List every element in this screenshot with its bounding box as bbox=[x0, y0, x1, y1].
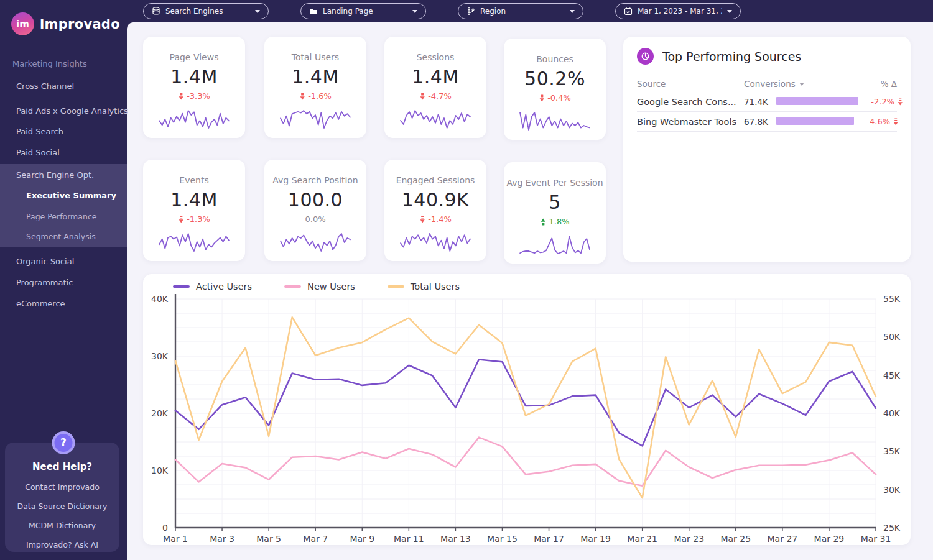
kpi-delta: -1.4% bbox=[419, 214, 452, 224]
sidebar-item-paid-social[interactable]: Paid Social bbox=[16, 148, 60, 157]
filter-landing-page[interactable]: Landing Page bbox=[300, 3, 426, 19]
svg-text:Mar 25: Mar 25 bbox=[720, 534, 751, 543]
filter-label: Search Engines bbox=[165, 7, 223, 16]
improvado-logo[interactable]: im improvado bbox=[11, 12, 120, 35]
sidebar-item-paid-ads-ga[interactable]: Paid Ads x Google Analytics bbox=[16, 106, 128, 116]
svg-text:30K: 30K bbox=[883, 485, 901, 495]
sidebar-item-page-performance[interactable]: Page Performance bbox=[26, 212, 96, 221]
improvado-dashboard: im improvado Marketing Insights Cross Ch… bbox=[0, 0, 933, 560]
column-conversions[interactable]: Conversions bbox=[744, 79, 852, 89]
svg-text:Mar 21: Mar 21 bbox=[627, 534, 657, 543]
conversions-value: 71.4K bbox=[744, 97, 776, 107]
trend-down-icon bbox=[897, 98, 903, 106]
help-link-mcdm-dictionary[interactable]: MCDM Dictionary bbox=[5, 521, 119, 530]
filter-region[interactable]: Region bbox=[458, 3, 583, 19]
kpi-delta-value: 1.8% bbox=[549, 217, 569, 226]
svg-text:25K: 25K bbox=[883, 523, 901, 533]
kpi-delta-value: -1.3% bbox=[187, 214, 210, 224]
sidebar-item-ecommerce[interactable]: eCommerce bbox=[16, 299, 65, 308]
sort-caret-icon bbox=[799, 83, 804, 86]
filter-search-engines[interactable]: Search Engines bbox=[143, 3, 269, 19]
svg-text:Mar 23: Mar 23 bbox=[674, 534, 704, 543]
help-icon[interactable]: ? bbox=[52, 431, 75, 454]
help-title: Need Help? bbox=[5, 461, 119, 472]
trend-down-icon bbox=[299, 93, 305, 100]
svg-text:35K: 35K bbox=[883, 446, 901, 456]
legend-swatch bbox=[284, 285, 301, 288]
kpi-title: Avg Search Position bbox=[272, 175, 358, 185]
kpi-delta-value: -3.3% bbox=[187, 91, 210, 101]
sidebar-item-search-engine-opt[interactable]: Search Engine Opt. bbox=[16, 170, 94, 180]
sidebar-item-cross-channel[interactable]: Cross Channel bbox=[16, 81, 74, 91]
sidebar-item-executive-summary[interactable]: Executive Summary bbox=[26, 191, 116, 200]
sparkline bbox=[399, 108, 472, 131]
filter-label: Landing Page bbox=[323, 7, 373, 16]
svg-text:Mar 13: Mar 13 bbox=[440, 534, 471, 543]
improvado-logo-icon: im bbox=[11, 12, 34, 35]
calendar-icon bbox=[624, 7, 633, 16]
table-header: Source Conversions % Δ bbox=[637, 76, 897, 92]
filter-date-range[interactable]: Mar 1, 2023 - Mar 31, 2023 bbox=[615, 3, 741, 19]
chevron-down-icon bbox=[412, 10, 417, 13]
svg-text:Mar 3: Mar 3 bbox=[210, 534, 234, 543]
table-row[interactable]: Google Search Cons... 71.4K -2.2% bbox=[637, 92, 897, 112]
chevron-down-icon bbox=[255, 10, 260, 13]
help-link-ask-ai[interactable]: Improvado? Ask AI bbox=[5, 540, 119, 549]
svg-text:Mar 7: Mar 7 bbox=[303, 534, 328, 543]
column-source: Source bbox=[637, 79, 744, 89]
kpi-delta: -1.3% bbox=[178, 214, 210, 224]
kpi-delta-value: -4.7% bbox=[428, 91, 452, 101]
svg-text:50K: 50K bbox=[883, 332, 901, 342]
svg-text:Mar 1: Mar 1 bbox=[163, 534, 188, 543]
kpi-title: Bounces bbox=[536, 54, 573, 64]
filter-label: Mar 1, 2023 - Mar 31, 2023 bbox=[638, 7, 722, 16]
svg-text:Mar 31: Mar 31 bbox=[861, 534, 891, 543]
kpi-card-events: Events 1.4M -1.3% bbox=[143, 160, 245, 261]
svg-text:30K: 30K bbox=[151, 351, 169, 361]
kpi-delta: 1.8% bbox=[540, 217, 569, 226]
kpi-delta-value: -0.4% bbox=[547, 93, 571, 103]
sidebar-item-organic-social[interactable]: Organic Social bbox=[16, 257, 74, 266]
kpi-delta: -3.3% bbox=[178, 91, 210, 101]
help-link-data-source-dictionary[interactable]: Data Source Dictionary bbox=[5, 502, 119, 511]
table-row[interactable]: Bing Webmaster Tools 67.8K -4.6% bbox=[637, 112, 897, 132]
sidebar-item-segment-analysis[interactable]: Segment Analysis bbox=[26, 232, 96, 241]
sidebar-section-label: Marketing Insights bbox=[12, 59, 87, 68]
kpi-card-engaged-sessions: Engaged Sessions 140.9K -1.4% bbox=[384, 160, 486, 261]
svg-text:Mar 11: Mar 11 bbox=[394, 534, 424, 543]
kpi-value: 1.4M bbox=[170, 66, 218, 88]
kpi-delta: 0.0% bbox=[305, 214, 325, 224]
kpi-title: Page Views bbox=[170, 52, 219, 62]
svg-text:Mar 27: Mar 27 bbox=[768, 534, 798, 543]
legend-swatch bbox=[388, 285, 404, 288]
sidebar-item-programmatic[interactable]: Programmatic bbox=[16, 278, 73, 287]
chevron-down-icon bbox=[727, 10, 732, 13]
svg-text:10K: 10K bbox=[151, 466, 169, 475]
sidebar-group-seo: Search Engine Opt. Executive Summary Pag… bbox=[0, 164, 127, 247]
kpi-title: Events bbox=[179, 175, 208, 185]
svg-text:0: 0 bbox=[162, 523, 168, 533]
row-delta-value: -2.2% bbox=[871, 97, 894, 106]
filter-bar: Search Engines Landing Page Region Mar 1… bbox=[127, 0, 933, 22]
kpi-delta-value: -1.6% bbox=[308, 91, 332, 101]
users-chart-card: Active Users New Users Total Users Mar 1… bbox=[143, 274, 911, 545]
trend-down-icon bbox=[893, 118, 899, 126]
logo-text: improvado bbox=[40, 17, 120, 32]
trend-up-icon bbox=[540, 218, 546, 226]
help-box: Need Help? Contact Improvado Data Source… bbox=[5, 443, 119, 552]
svg-text:20K: 20K bbox=[151, 408, 169, 418]
conversions-bar bbox=[776, 117, 854, 125]
svg-text:55K: 55K bbox=[883, 294, 901, 304]
kpi-title: Engaged Sessions bbox=[396, 175, 475, 185]
kpi-delta-value: -1.4% bbox=[428, 214, 452, 224]
row-delta: -4.6% bbox=[854, 117, 899, 126]
help-link-contact[interactable]: Contact Improvado bbox=[5, 482, 119, 492]
panel-title: Top Performing Sources bbox=[662, 50, 801, 63]
sidebar-item-paid-search[interactable]: Paid Search bbox=[16, 127, 63, 136]
svg-text:Mar 29: Mar 29 bbox=[814, 534, 845, 543]
kpi-card-sessions: Sessions 1.4M -4.7% bbox=[384, 37, 486, 138]
svg-text:Mar 5: Mar 5 bbox=[256, 534, 281, 543]
legend-swatch bbox=[173, 285, 190, 288]
svg-text:40K: 40K bbox=[151, 294, 169, 304]
row-delta: -2.2% bbox=[858, 97, 903, 106]
